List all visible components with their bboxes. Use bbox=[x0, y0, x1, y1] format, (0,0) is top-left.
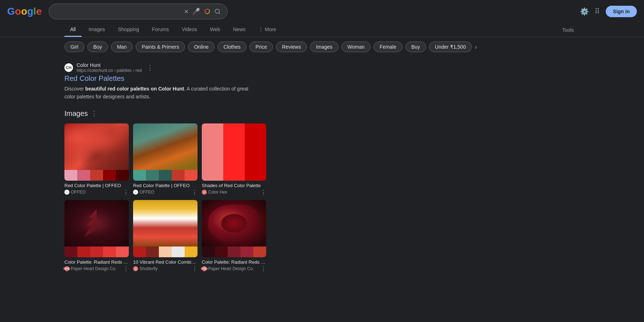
image-caption-6: Color Palette: Radiant Reds — ... bbox=[202, 259, 266, 265]
image-source-info-5: S Shutterfly bbox=[133, 266, 158, 271]
image-card-5[interactable]: 10 Vibrant Red Color Combina... S Shutte… bbox=[133, 200, 197, 272]
image-more-button-6[interactable]: ⋮ bbox=[260, 265, 266, 272]
result-menu-button[interactable]: ⋮ bbox=[147, 64, 153, 72]
image-card-3[interactable]: Shades of Red Color Palette C Color Hex … bbox=[202, 123, 266, 196]
search-bar: best red color scheme ✕ 🎤 ⬡ bbox=[49, 4, 228, 19]
tab-news[interactable]: News bbox=[227, 23, 251, 37]
image-more-button-1[interactable]: ⋮ bbox=[123, 189, 129, 196]
image-source-row-3: C Color Hex ⋮ bbox=[202, 189, 266, 196]
search-input[interactable]: best red color scheme bbox=[55, 8, 181, 15]
image-caption-1: Red Color Palette | OFFEO bbox=[64, 183, 129, 188]
source-url: https://colorhunt.co › palettes › red bbox=[77, 68, 142, 73]
sign-in-button[interactable]: Sign in bbox=[606, 6, 637, 17]
image-thumb-2 bbox=[133, 123, 197, 181]
image-source-info-2: ✛ OFFEO bbox=[133, 190, 154, 195]
image-grid: Red Color Palette | OFFEO ✛ OFFEO ⋮ bbox=[64, 123, 258, 272]
chip-female[interactable]: Female bbox=[374, 42, 402, 52]
lens-icon[interactable]: ⬡ bbox=[204, 7, 211, 16]
image-caption-3: Shades of Red Color Palette bbox=[202, 183, 266, 188]
settings-icon[interactable]: ⚙️ bbox=[580, 7, 589, 16]
image-caption-2: Red Color Palette | OFFEO bbox=[133, 183, 197, 188]
chip-girl[interactable]: Girl bbox=[64, 42, 84, 52]
microphone-icon[interactable]: 🎤 bbox=[191, 7, 201, 16]
chip-images[interactable]: Images bbox=[310, 42, 338, 52]
clear-button[interactable]: ✕ bbox=[184, 8, 189, 15]
main-content: CH Color Hunt https://colorhunt.co › pal… bbox=[0, 57, 322, 278]
image-thumb-3 bbox=[202, 123, 266, 181]
chip-under[interactable]: Under ₹1,500 bbox=[429, 42, 472, 52]
images-label: Images bbox=[64, 109, 88, 118]
result-snippet: Discover beautiful red color palettes on… bbox=[64, 85, 258, 101]
image-thumb-4 bbox=[64, 200, 129, 257]
chip-buy[interactable]: Buy bbox=[405, 42, 426, 52]
chip-price[interactable]: Price bbox=[249, 42, 273, 52]
image-more-button-3[interactable]: ⋮ bbox=[260, 189, 266, 196]
chip-paints[interactable]: Paints & Primers bbox=[136, 42, 185, 52]
image-source-info-4: PHD Paper Heart Design Co. bbox=[64, 266, 116, 271]
tab-shopping[interactable]: Shopping bbox=[112, 23, 145, 37]
tab-more[interactable]: ⋮ More bbox=[253, 23, 282, 37]
result-source: CH Color Hunt https://colorhunt.co › pal… bbox=[64, 62, 258, 73]
image-source-row-4: PHD Paper Heart Design Co. ⋮ bbox=[64, 265, 129, 272]
image-card-6[interactable]: Color Palette: Radiant Reds — ... PHD Pa… bbox=[202, 200, 266, 272]
image-caption-5: 10 Vibrant Red Color Combina... bbox=[133, 259, 197, 265]
source-favicon: CH bbox=[64, 63, 73, 72]
tab-images[interactable]: Images bbox=[83, 23, 111, 37]
image-more-button-4[interactable]: ⋮ bbox=[123, 265, 129, 272]
image-thumb-1 bbox=[64, 123, 129, 181]
chip-boy[interactable]: Boy bbox=[87, 42, 108, 52]
image-source-favicon-4: PHD bbox=[64, 266, 69, 271]
image-source-row-2: ✛ OFFEO ⋮ bbox=[133, 189, 197, 196]
chip-man[interactable]: Man bbox=[111, 42, 133, 52]
tools-tab[interactable]: Tools bbox=[556, 24, 580, 36]
image-more-button-2[interactable]: ⋮ bbox=[192, 189, 197, 196]
result-title[interactable]: Red Color Palettes bbox=[64, 74, 258, 83]
images-header: Images ⋮ bbox=[64, 109, 258, 118]
chip-clothes[interactable]: Clothes bbox=[218, 42, 247, 52]
image-card-2[interactable]: Red Color Palette | OFFEO ✛ OFFEO ⋮ bbox=[133, 123, 197, 196]
image-source-favicon-6: PHD bbox=[202, 266, 207, 271]
svg-line-1 bbox=[219, 13, 220, 14]
image-source-info-3: C Color Hex bbox=[202, 190, 227, 195]
chips-next-arrow[interactable]: › bbox=[475, 43, 477, 51]
image-source-row-1: ✛ OFFEO ⋮ bbox=[64, 189, 129, 196]
source-name: Color Hunt bbox=[77, 62, 142, 68]
tab-videos[interactable]: Videos bbox=[176, 23, 203, 37]
image-card-1[interactable]: Red Color Palette | OFFEO ✛ OFFEO ⋮ bbox=[64, 123, 129, 196]
image-source-favicon-1: ✛ bbox=[64, 190, 69, 195]
chip-reviews[interactable]: Reviews bbox=[276, 42, 307, 52]
image-source-row-5: S Shutterfly ⋮ bbox=[133, 265, 197, 272]
image-more-button-5[interactable]: ⋮ bbox=[192, 265, 197, 272]
source-info: Color Hunt https://colorhunt.co › palett… bbox=[77, 62, 142, 73]
nav-tabs: All Images Shopping Forums Videos Web Ne… bbox=[0, 23, 644, 37]
apps-icon[interactable]: ⠿ bbox=[595, 7, 600, 16]
chip-online[interactable]: Online bbox=[188, 42, 214, 52]
svg-point-0 bbox=[215, 9, 220, 13]
filter-chips: Girl Boy Man Paints & Primers Online Clo… bbox=[0, 37, 644, 57]
image-thumb-6 bbox=[202, 200, 266, 257]
image-source-info-6: PHD Paper Heart Design Co. bbox=[202, 266, 254, 271]
image-source-favicon-5: S bbox=[133, 266, 138, 271]
images-section: Images ⋮ Red Color Palette | OFFEO bbox=[64, 109, 258, 272]
image-caption-4: Color Palette: Radiant Reds — ... bbox=[64, 259, 129, 265]
chip-woman[interactable]: Woman bbox=[341, 42, 371, 52]
image-source-favicon-3: C bbox=[202, 190, 207, 195]
image-card-4[interactable]: Color Palette: Radiant Reds — ... PHD Pa… bbox=[64, 200, 129, 272]
image-source-info-1: ✛ OFFEO bbox=[64, 190, 86, 195]
header: Google best red color scheme ✕ 🎤 ⬡ ⚙️ ⠿ … bbox=[0, 0, 644, 23]
google-logo: Google bbox=[7, 6, 42, 17]
images-menu-button[interactable]: ⋮ bbox=[91, 109, 97, 117]
image-source-row-6: PHD Paper Heart Design Co. ⋮ bbox=[202, 265, 266, 272]
image-thumb-5 bbox=[133, 200, 197, 257]
search-button[interactable] bbox=[214, 8, 221, 15]
tab-forums[interactable]: Forums bbox=[146, 23, 175, 37]
tab-all[interactable]: All bbox=[64, 23, 82, 37]
header-right: ⚙️ ⠿ Sign in bbox=[580, 6, 637, 17]
image-source-favicon-2: ✛ bbox=[133, 190, 138, 195]
tab-web[interactable]: Web bbox=[204, 23, 226, 37]
